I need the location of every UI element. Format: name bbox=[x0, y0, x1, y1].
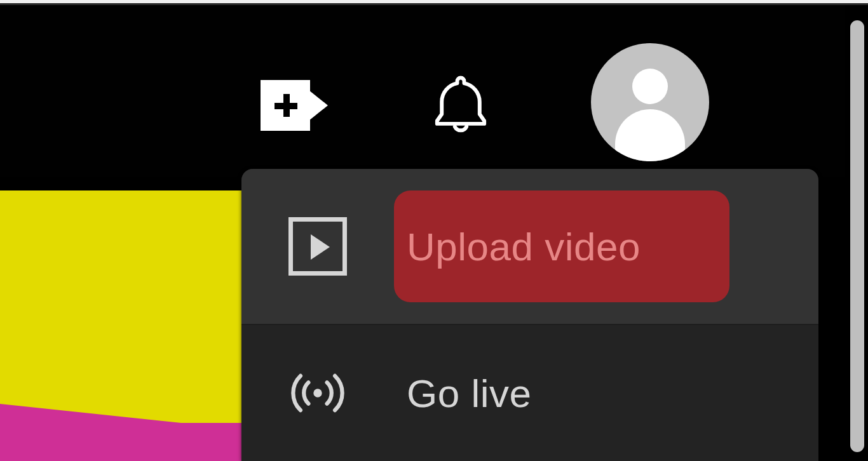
play-square-icon bbox=[286, 217, 349, 276]
account-avatar-button[interactable] bbox=[591, 43, 709, 161]
page-background-band-lower bbox=[0, 423, 241, 461]
vertical-scrollbar[interactable] bbox=[845, 5, 868, 461]
scrollbar-thumb[interactable] bbox=[850, 20, 864, 452]
menu-item-upload-video[interactable]: Upload video bbox=[241, 169, 818, 324]
header-actions bbox=[0, 10, 845, 182]
menu-item-go-live[interactable]: Go live bbox=[241, 324, 818, 461]
window-top-edge bbox=[0, 0, 868, 5]
menu-item-label: Go live bbox=[407, 371, 531, 416]
broadcast-icon bbox=[286, 364, 349, 422]
top-bar bbox=[0, 5, 845, 177]
svg-point-0 bbox=[313, 389, 322, 397]
bell-icon bbox=[426, 67, 496, 144]
create-button[interactable] bbox=[248, 67, 343, 144]
create-dropdown-menu: Upload video Go live bbox=[241, 169, 818, 461]
page-background-band bbox=[0, 190, 241, 461]
menu-item-label: Upload video bbox=[407, 224, 641, 269]
notifications-button[interactable] bbox=[407, 61, 515, 150]
avatar bbox=[591, 43, 709, 161]
video-plus-icon bbox=[261, 80, 330, 131]
